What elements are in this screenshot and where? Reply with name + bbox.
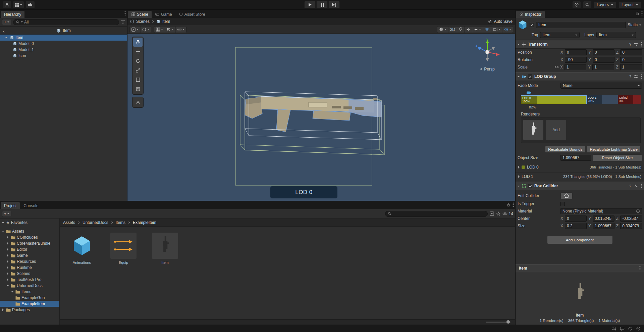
- object-size-field[interactable]: 1.090667: [560, 155, 591, 161]
- search-by-type-icon[interactable]: [490, 211, 494, 216]
- tree-packages[interactable]: Packages: [0, 307, 59, 313]
- kebab-menu-icon[interactable]: [641, 42, 642, 47]
- size-x-field[interactable]: 0.2: [565, 223, 587, 229]
- lod-camera-marker[interactable]: [526, 91, 644, 95]
- help-icon[interactable]: ?: [629, 42, 631, 46]
- scale-tool-button[interactable]: [133, 66, 143, 75]
- foldout-open-icon[interactable]: [518, 186, 520, 187]
- kebab-menu-icon[interactable]: [641, 11, 643, 16]
- tree-folder-items[interactable]: Items: [0, 289, 59, 295]
- help-icon[interactable]: ?: [629, 75, 631, 79]
- kebab-menu-icon[interactable]: [641, 184, 642, 188]
- rect-tool-button[interactable]: [133, 75, 143, 84]
- object-picker-icon[interactable]: [636, 209, 640, 213]
- persp-toggle[interactable]: < Persp: [469, 67, 506, 72]
- tree-folder-unturneddocs[interactable]: UnturnedDocs: [0, 283, 59, 289]
- lod-segment-1[interactable]: LOD 1 20%: [587, 95, 618, 104]
- tree-folder-resources[interactable]: Resources: [0, 258, 59, 265]
- foldout-closed-icon[interactable]: [7, 236, 8, 239]
- breadcrumb-scenes[interactable]: Scenes: [136, 19, 150, 24]
- reset-object-size-button[interactable]: Reset Object Size: [593, 154, 642, 161]
- 2d-toggle-button[interactable]: 2D: [448, 27, 457, 33]
- foldout-closed-icon[interactable]: [7, 278, 8, 281]
- tab-asset-store[interactable]: Asset Store: [176, 11, 209, 18]
- tree-folder-editor[interactable]: Editor: [0, 246, 59, 252]
- kebab-menu-icon[interactable]: [513, 202, 514, 207]
- preview-header[interactable]: Item: [516, 264, 644, 272]
- presets-icon[interactable]: [634, 75, 638, 78]
- gameobject-name-field[interactable]: Item: [536, 22, 626, 28]
- center-y-field[interactable]: 0.015245: [593, 216, 614, 222]
- position-z-field[interactable]: 0: [620, 49, 642, 55]
- scale-x-field[interactable]: 1: [565, 64, 586, 70]
- foldout-closed-icon[interactable]: [7, 260, 8, 263]
- mute-notifications-icon[interactable]: [612, 326, 616, 331]
- asset-tile-animations[interactable]: Animations: [66, 233, 98, 265]
- orientation-gizmo[interactable]: y z: [469, 37, 506, 72]
- breadcrumb-item[interactable]: Item: [162, 19, 170, 24]
- lod-group-enabled-checkbox[interactable]: [528, 75, 532, 79]
- tab-game[interactable]: Game: [152, 11, 175, 18]
- hierarchy-item-root[interactable]: Item: [0, 35, 127, 41]
- scene-header[interactable]: ‹ Item: [0, 27, 127, 35]
- move-tool-button[interactable]: [133, 47, 143, 56]
- collab-status-icon[interactable]: [636, 326, 641, 331]
- layer-dropdown[interactable]: Item: [596, 32, 636, 38]
- help-icon[interactable]: ?: [629, 184, 631, 188]
- material-object-field[interactable]: None (Physic Material): [560, 208, 642, 214]
- rotation-x-field[interactable]: -90: [565, 57, 587, 63]
- foldout-closed-icon[interactable]: [518, 166, 520, 169]
- kebab-menu-icon[interactable]: [124, 11, 126, 16]
- center-x-field[interactable]: 0: [565, 216, 587, 222]
- snap-toggle-button[interactable]: [165, 27, 176, 33]
- lod0-row[interactable]: LOD 0 366 Triangles - 1 Sub Mesh(es): [516, 163, 644, 171]
- tree-folder-scenes[interactable]: Scenes: [0, 271, 59, 277]
- hierarchy-item-model-1[interactable]: Model_1: [0, 47, 127, 53]
- scene-viewport[interactable]: y z: [127, 34, 515, 201]
- rotate-tool-button[interactable]: [133, 56, 143, 65]
- hierarchy-search-input[interactable]: All: [13, 19, 119, 25]
- foldout-open-icon[interactable]: [11, 291, 13, 292]
- presets-icon[interactable]: [634, 184, 638, 188]
- back-icon[interactable]: ‹: [1, 27, 7, 35]
- tree-assets[interactable]: Assets: [0, 228, 59, 234]
- hidden-packages-count[interactable]: 14: [502, 211, 513, 216]
- layers-dropdown[interactable]: Layers: [594, 1, 616, 8]
- lod-group-header[interactable]: LOD Group ?: [516, 72, 644, 81]
- foldout-closed-icon[interactable]: [518, 175, 520, 178]
- foldout-open-icon[interactable]: [7, 285, 9, 286]
- recalculate-bounds-button[interactable]: Recalculate Bounds: [545, 146, 585, 153]
- play-button[interactable]: [304, 1, 316, 8]
- asset-tile-item[interactable]: Item: [149, 233, 181, 265]
- crumb-items[interactable]: Items: [116, 220, 125, 225]
- foldout-open-icon[interactable]: [518, 44, 520, 45]
- foldout-open-icon[interactable]: [518, 76, 520, 77]
- renderer-thumbnail[interactable]: [523, 120, 543, 140]
- search-button[interactable]: [583, 1, 592, 8]
- crumb-unturneddocs[interactable]: UnturnedDocs: [83, 220, 108, 225]
- foldout-closed-icon[interactable]: [7, 254, 8, 257]
- filter-icon[interactable]: [121, 20, 125, 24]
- move-snap-button[interactable]: [176, 27, 186, 33]
- lod1-row[interactable]: LOD 1 234 Triangles (63.93% LOD0) - 1 Su…: [516, 172, 644, 180]
- custom-tool-button[interactable]: [133, 98, 143, 107]
- lock-icon[interactable]: [636, 11, 639, 15]
- camera-settings-button[interactable]: [491, 27, 502, 33]
- transform-header[interactable]: Transform ?: [516, 40, 644, 49]
- edit-collider-button[interactable]: [560, 192, 573, 199]
- foldout-closed-icon[interactable]: [7, 242, 8, 245]
- tab-hierarchy[interactable]: Hierarchy: [1, 11, 24, 18]
- lod-segment-2[interactable]: Culled 3%: [618, 95, 641, 104]
- link-icon[interactable]: [554, 65, 559, 69]
- lod-segment-0[interactable]: LOD 0 100%: [521, 95, 587, 104]
- layout-dropdown[interactable]: Layout: [619, 1, 641, 8]
- foldout-open-icon[interactable]: [5, 37, 7, 38]
- paint-mode-button[interactable]: [141, 27, 151, 33]
- box-collider-enabled-checkbox[interactable]: [528, 184, 532, 188]
- recalculate-lightmap-button[interactable]: Recalculate Lightmap Scale: [587, 146, 641, 153]
- lock-icon[interactable]: [507, 203, 510, 207]
- tree-folder-game[interactable]: Game: [0, 252, 59, 258]
- auto-save-checkbox[interactable]: [488, 19, 492, 23]
- services-button[interactable]: [13, 1, 24, 8]
- tree-favorites[interactable]: ★ Favorites: [0, 220, 59, 226]
